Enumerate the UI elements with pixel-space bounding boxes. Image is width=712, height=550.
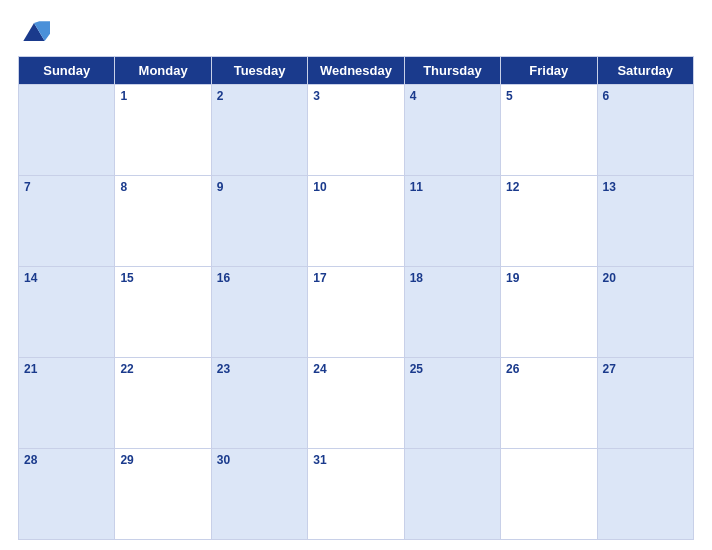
day-number: 13 <box>603 180 616 194</box>
logo <box>18 16 54 48</box>
calendar-cell: 25 <box>404 358 500 449</box>
day-number: 4 <box>410 89 417 103</box>
day-number: 23 <box>217 362 230 376</box>
day-number: 24 <box>313 362 326 376</box>
calendar-cell: 29 <box>115 449 211 540</box>
calendar-cell: 27 <box>597 358 693 449</box>
weekday-tuesday: Tuesday <box>211 57 307 85</box>
day-number: 11 <box>410 180 423 194</box>
calendar-cell: 19 <box>501 267 597 358</box>
calendar-cell <box>501 449 597 540</box>
week-row-3: 14151617181920 <box>19 267 694 358</box>
day-number: 17 <box>313 271 326 285</box>
day-number: 19 <box>506 271 519 285</box>
day-number: 20 <box>603 271 616 285</box>
calendar-cell: 12 <box>501 176 597 267</box>
day-number: 7 <box>24 180 31 194</box>
calendar-cell: 1 <box>115 85 211 176</box>
calendar-cell: 21 <box>19 358 115 449</box>
calendar-cell: 8 <box>115 176 211 267</box>
week-row-1: 123456 <box>19 85 694 176</box>
day-number: 5 <box>506 89 513 103</box>
day-number: 12 <box>506 180 519 194</box>
calendar-cell: 6 <box>597 85 693 176</box>
calendar-cell <box>597 449 693 540</box>
week-row-4: 21222324252627 <box>19 358 694 449</box>
calendar-cell: 5 <box>501 85 597 176</box>
calendar-header <box>18 10 694 52</box>
calendar-cell: 22 <box>115 358 211 449</box>
weekday-friday: Friday <box>501 57 597 85</box>
day-number: 27 <box>603 362 616 376</box>
calendar-cell: 16 <box>211 267 307 358</box>
day-number: 9 <box>217 180 224 194</box>
calendar-cell: 26 <box>501 358 597 449</box>
day-number: 26 <box>506 362 519 376</box>
calendar-cell: 4 <box>404 85 500 176</box>
calendar-cell: 9 <box>211 176 307 267</box>
calendar-cell: 23 <box>211 358 307 449</box>
calendar-cell: 24 <box>308 358 404 449</box>
calendar-cell <box>19 85 115 176</box>
logo-icon <box>18 16 50 48</box>
calendar-cell: 30 <box>211 449 307 540</box>
day-number: 16 <box>217 271 230 285</box>
weekday-wednesday: Wednesday <box>308 57 404 85</box>
calendar-cell: 15 <box>115 267 211 358</box>
day-number: 31 <box>313 453 326 467</box>
weekday-saturday: Saturday <box>597 57 693 85</box>
calendar-cell: 11 <box>404 176 500 267</box>
day-number: 28 <box>24 453 37 467</box>
day-number: 3 <box>313 89 320 103</box>
calendar-cell: 28 <box>19 449 115 540</box>
calendar-cell: 17 <box>308 267 404 358</box>
calendar-cell: 3 <box>308 85 404 176</box>
calendar-cell: 7 <box>19 176 115 267</box>
calendar-cell: 2 <box>211 85 307 176</box>
weekday-header-row: SundayMondayTuesdayWednesdayThursdayFrid… <box>19 57 694 85</box>
calendar-cell: 13 <box>597 176 693 267</box>
day-number: 21 <box>24 362 37 376</box>
calendar-cell: 18 <box>404 267 500 358</box>
calendar-cell: 31 <box>308 449 404 540</box>
calendar-cell: 20 <box>597 267 693 358</box>
day-number: 10 <box>313 180 326 194</box>
calendar-table: SundayMondayTuesdayWednesdayThursdayFrid… <box>18 56 694 540</box>
week-row-5: 28293031 <box>19 449 694 540</box>
week-row-2: 78910111213 <box>19 176 694 267</box>
day-number: 15 <box>120 271 133 285</box>
weekday-monday: Monday <box>115 57 211 85</box>
day-number: 29 <box>120 453 133 467</box>
day-number: 6 <box>603 89 610 103</box>
day-number: 8 <box>120 180 127 194</box>
day-number: 30 <box>217 453 230 467</box>
calendar-cell <box>404 449 500 540</box>
day-number: 2 <box>217 89 224 103</box>
weekday-sunday: Sunday <box>19 57 115 85</box>
calendar-cell: 10 <box>308 176 404 267</box>
day-number: 22 <box>120 362 133 376</box>
weekday-thursday: Thursday <box>404 57 500 85</box>
day-number: 25 <box>410 362 423 376</box>
day-number: 14 <box>24 271 37 285</box>
day-number: 1 <box>120 89 127 103</box>
day-number: 18 <box>410 271 423 285</box>
calendar-cell: 14 <box>19 267 115 358</box>
